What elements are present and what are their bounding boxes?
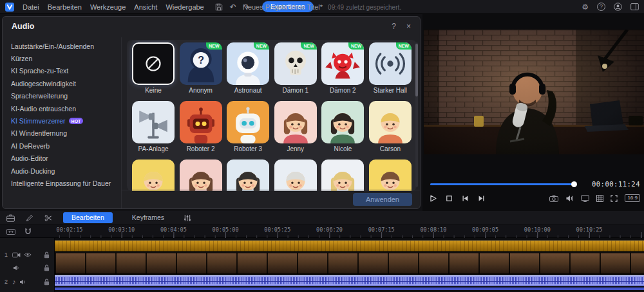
preview-controls: 16:9 (429, 191, 640, 205)
voice-label: Roboter 3 (227, 145, 269, 153)
video-clip[interactable] (55, 253, 644, 274)
snap-magnet-icon[interactable] (24, 228, 32, 235)
split-scissors-icon[interactable] (44, 214, 52, 222)
menu-datei[interactable]: Datei (23, 3, 39, 11)
lock-icon[interactable] (44, 251, 50, 259)
new-badge: NEW (301, 42, 316, 50)
face-avatar (321, 101, 364, 143)
app-logo-icon (5, 3, 14, 12)
play-button[interactable] (429, 194, 437, 203)
previous-frame-button[interactable] (461, 194, 469, 203)
redo-icon[interactable]: ↷ (243, 3, 250, 11)
ruler-label: 00:05:00 (207, 226, 243, 233)
app: DateiBearbeitenWerkzeugeAnsichtWiedergab… (0, 0, 644, 292)
voice-11-carson[interactable]: Carson (369, 101, 412, 153)
account-icon[interactable] (614, 3, 622, 11)
voice-5-starker-hall[interactable]: NEWStarker Hall (369, 42, 412, 95)
voice-label: PA-Anlage (132, 145, 175, 153)
sidebar-item-ai-dereverb[interactable]: AI DeReverb (3, 140, 121, 152)
voice-10-nicole[interactable]: Nicole (321, 101, 364, 153)
seek-knob[interactable] (571, 181, 577, 187)
voice-9-jenny[interactable]: Jenny (274, 101, 317, 153)
grid-icon[interactable] (596, 195, 603, 202)
video-preview (424, 30, 644, 154)
sidebar-item-ki-audio-entrauschen[interactable]: KI-Audio entrauschen (3, 102, 121, 114)
menu-bearbeiten[interactable]: Bearbeiten (48, 3, 82, 11)
timeline-ruler[interactable]: 00:02:1500:03:1000:04:0500:05:0000:05:25… (55, 225, 644, 238)
sidebar-item-lautst-rke-ein-ausblenden[interactable]: Lautstärke/Ein-/Ausblenden (3, 40, 121, 52)
face-avatar (274, 101, 317, 143)
lock-icon[interactable] (44, 278, 50, 286)
sidebar-item-audio-editor[interactable]: Audio-Editor (3, 152, 121, 165)
undo-icon[interactable]: ↶ (230, 3, 236, 11)
sidebar-item-ki-windentfernung[interactable]: KI Windentfernung (3, 127, 121, 140)
voice-2-astronaut[interactable]: NEWAstronaut (227, 42, 269, 95)
gear-icon[interactable]: ⚙ (582, 3, 589, 11)
voice-8-roboter-3[interactable]: Roboter 3 (227, 101, 269, 153)
seek-bar[interactable] (430, 183, 577, 185)
lock-icon[interactable] (44, 264, 50, 271)
voice-13-face[interactable] (180, 160, 222, 191)
volume-icon[interactable] (565, 195, 574, 202)
panel-layout-icon[interactable] (630, 3, 639, 10)
preview-quality-icon[interactable] (581, 195, 589, 202)
voice-15-face[interactable] (274, 160, 317, 191)
ruler-label: 00:03:10 (104, 226, 140, 233)
voice-grid-scrollbar[interactable] (415, 42, 418, 187)
timeline: Bearbeiten Keyframes 00:02:1500:03:1000:… (0, 211, 644, 292)
audio-mixer-icon[interactable] (184, 214, 191, 222)
voice-grid: Keine?NEWAnonymNEWAstronautNEWDämon 1NEW… (132, 42, 412, 191)
speaker-icon[interactable] (19, 279, 26, 285)
stop-button[interactable] (445, 194, 453, 203)
pen-icon[interactable] (26, 214, 33, 222)
audio-waveform-clip[interactable] (55, 275, 644, 286)
apply-button[interactable]: Anwenden (353, 193, 412, 206)
sidebar-item-audiogeschwindigkeit[interactable]: Audiogeschwindigkeit (3, 77, 121, 89)
sidebar-item-k-rzen[interactable]: Kürzen (3, 52, 121, 64)
video-track-icon[interactable] (12, 252, 21, 258)
fit-timeline-icon[interactable] (6, 228, 15, 235)
sidebar-item-intelligente-einpassung-f-r-dauer[interactable]: Intelligente Einpassung für Dauer (3, 177, 121, 189)
menu-wiedergabe[interactable]: Wiedergabe (166, 3, 204, 11)
voice-7-roboter-2[interactable]: Roboter 2 (180, 101, 222, 153)
next-frame-button[interactable] (477, 194, 486, 203)
speaker-icon[interactable] (13, 265, 20, 271)
face-avatar (369, 160, 412, 191)
music-clip[interactable] (55, 241, 644, 251)
sidebar-item-audio-ducking[interactable]: Audio-Ducking (3, 165, 121, 177)
voice-label: Carson (369, 145, 412, 153)
sidebar-item-spracherweiterung[interactable]: Spracherweiterung (3, 90, 121, 102)
panel-close-icon[interactable]: × (406, 22, 411, 31)
tab-bearbeiten[interactable]: Bearbeiten (63, 212, 113, 223)
voice-12-face[interactable] (132, 160, 175, 191)
scrollbar-thumb[interactable] (415, 44, 418, 96)
export-button[interactable]: Exportieren (262, 1, 314, 12)
voice-16-face[interactable] (321, 160, 364, 191)
sidebar-item-ki-stimmverzerrer[interactable]: KI StimmverzerrerHOT (3, 114, 121, 127)
save-icon[interactable] (215, 3, 223, 11)
voice-6-pa-anlage[interactable]: PA-Anlage (132, 101, 175, 153)
help-icon[interactable]: ? (597, 3, 605, 11)
voice-14-face[interactable] (227, 160, 269, 191)
fullscreen-icon[interactable] (611, 195, 618, 202)
voice-4-d-mon-2[interactable]: NEWDämon 2 (321, 42, 364, 95)
menu-werkzeuge[interactable]: Werkzeuge (90, 3, 126, 11)
voice-17-face[interactable] (369, 160, 412, 191)
snapshot-icon[interactable] (549, 195, 558, 202)
menu-ansicht[interactable]: Ansicht (134, 3, 157, 11)
sidebar-item-ki-sprache-zu-text[interactable]: KI Sprache-zu-Text (3, 65, 121, 77)
panel-help-icon[interactable]: ? (392, 22, 396, 31)
toolbox-icon[interactable] (6, 214, 15, 222)
voice-3-d-mon-1[interactable]: NEWDämon 1 (274, 42, 317, 95)
voice-0-keine[interactable]: Keine (132, 42, 175, 95)
voice-label: Starker Hall (369, 87, 412, 95)
ruler-label: 00:06:20 (312, 226, 348, 233)
panel-header-icons: ? × (392, 22, 411, 31)
tab-keyframes[interactable]: Keyframes (124, 212, 173, 223)
aspect-ratio-badge[interactable]: 16:9 (625, 194, 640, 202)
timeline-tracks-area[interactable] (55, 238, 644, 292)
sidebar-item-label: KI Windentfernung (11, 129, 67, 137)
eye-icon[interactable] (24, 252, 32, 257)
audio-clip-collapsed[interactable] (55, 287, 644, 290)
voice-1-anonym[interactable]: ?NEWAnonym (180, 42, 222, 95)
